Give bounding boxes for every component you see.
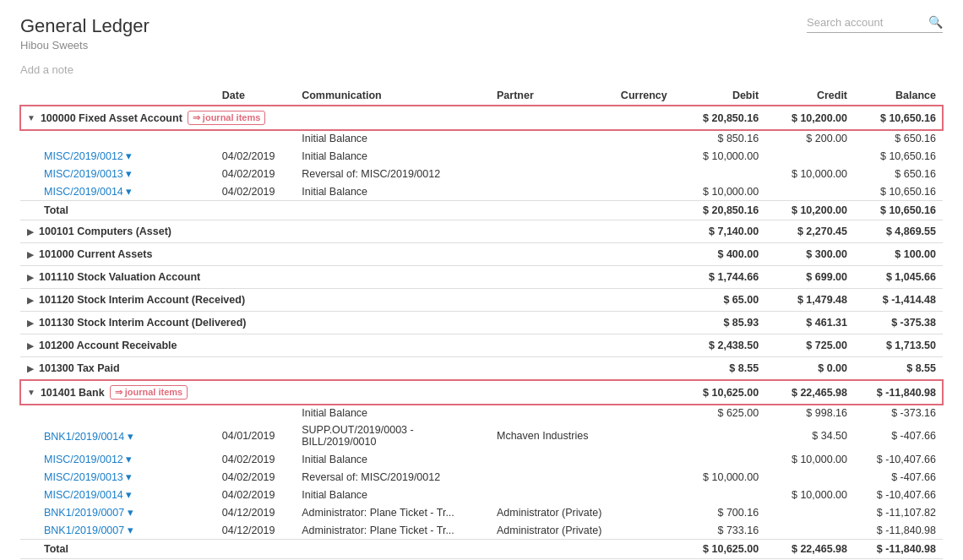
col-date: Date <box>215 86 295 106</box>
account-debit: $ 65.00 <box>677 289 765 312</box>
row-ref[interactable]: BNK1/2019/0007 ▾ <box>20 503 215 521</box>
row-ref[interactable]: MISC/2019/0014 ▾ <box>20 182 215 201</box>
ref-link[interactable]: MISC/2019/0014 ▾ <box>44 489 132 501</box>
ref-link[interactable]: BNK1/2019/0007 ▾ <box>44 507 133 519</box>
row-currency <box>614 421 677 450</box>
account-balance: $ 1,713.50 <box>854 334 943 357</box>
col-communication: Communication <box>295 86 490 106</box>
row-ref <box>20 130 215 147</box>
account-header: ▶101000 Current Assets$ 400.00$ 300.00$ … <box>20 243 943 266</box>
total-row: Total$ 10,625.00$ 22,465.98$ -11,840.98 <box>20 540 943 559</box>
row-currency <box>614 503 677 521</box>
total-credit: $ 22,465.98 <box>765 540 854 559</box>
ref-link[interactable]: MISC/2019/0013 ▾ <box>44 471 132 483</box>
row-debit: $ 10,000.00 <box>677 468 765 486</box>
ref-link[interactable]: BNK1/2019/0014 ▾ <box>44 431 133 443</box>
col-credit: Credit <box>765 86 854 106</box>
general-ledger-table: Date Communication Partner Currency Debi… <box>20 86 943 559</box>
ref-link[interactable]: MISC/2019/0012 ▾ <box>44 454 132 465</box>
row-partner <box>490 182 614 201</box>
row-credit: $ 10,000.00 <box>765 486 854 503</box>
table-row: MISC/2019/0012 ▾04/02/2019Initial Balanc… <box>20 147 943 165</box>
row-credit <box>765 182 854 201</box>
row-date: 04/02/2019 <box>215 147 295 165</box>
toggle-icon[interactable]: ▶ <box>27 227 34 237</box>
row-partner <box>490 165 614 182</box>
row-currency <box>614 468 677 486</box>
ref-link[interactable]: MISC/2019/0013 ▾ <box>44 168 132 180</box>
account-credit: $ 10,200.00 <box>765 106 854 131</box>
row-currency <box>614 450 677 468</box>
row-communication: Initial Balance <box>295 405 490 421</box>
journal-items-link[interactable]: ⇒ journal items <box>188 111 266 125</box>
ref-link[interactable]: MISC/2019/0012 ▾ <box>44 150 132 162</box>
account-credit: $ 2,270.45 <box>765 220 854 243</box>
row-debit: $ 850.16 <box>677 130 765 147</box>
toggle-icon[interactable]: ▶ <box>27 341 34 351</box>
row-ref[interactable]: MISC/2019/0014 ▾ <box>20 486 215 503</box>
row-partner: Administrator (Private) <box>490 503 614 521</box>
row-balance: $ 10,650.16 <box>854 182 943 201</box>
row-debit <box>677 450 765 468</box>
row-date: 04/02/2019 <box>215 468 295 486</box>
toggle-icon[interactable]: ▶ <box>27 296 34 305</box>
toggle-icon[interactable]: ▶ <box>27 273 34 282</box>
row-ref[interactable]: BNK1/2019/0014 ▾ <box>20 421 215 450</box>
toggle-icon[interactable]: ▼ <box>27 388 35 397</box>
journal-items-link[interactable]: ⇒ journal items <box>110 385 188 400</box>
add-note[interactable]: Add a note <box>0 58 963 86</box>
ref-link[interactable]: MISC/2019/0014 ▾ <box>44 186 132 198</box>
account-credit: $ 461.31 <box>765 312 854 334</box>
account-name: 101401 Bank <box>41 387 105 399</box>
row-currency <box>614 130 677 147</box>
row-communication: Administrator: Plane Ticket - Tr... <box>295 503 490 521</box>
row-currency <box>614 182 677 201</box>
row-date: 04/02/2019 <box>215 165 295 182</box>
toggle-icon[interactable]: ▼ <box>27 113 35 122</box>
account-label-cell: ▶101300 Tax Paid <box>20 357 677 380</box>
row-debit: $ 625.00 <box>677 405 765 421</box>
toggle-icon[interactable]: ▶ <box>27 318 34 328</box>
account-name: 100000 Fixed Asset Account <box>41 112 182 124</box>
toggle-icon[interactable]: ▶ <box>27 364 34 373</box>
row-communication: Reversal of: MISC/2019/0012 <box>295 165 490 182</box>
account-header: ▶101110 Stock Valuation Account$ 1,744.6… <box>20 266 943 289</box>
row-date: 04/01/2019 <box>215 421 295 450</box>
account-label-cell: ▼101401 Bank⇒ journal items <box>20 380 677 405</box>
account-credit: $ 725.00 <box>765 334 854 357</box>
table-body: ▼100000 Fixed Asset Account⇒ journal ite… <box>20 106 943 559</box>
account-name: 101000 Current Assets <box>39 248 152 260</box>
account-name: 101110 Stock Valuation Account <box>39 271 200 283</box>
account-header: ▶101300 Tax Paid$ 8.55$ 0.00$ 8.55 <box>20 357 943 380</box>
account-debit: $ 7,140.00 <box>677 220 765 243</box>
toggle-icon[interactable]: ▶ <box>27 250 34 259</box>
table-row: BNK1/2019/0007 ▾04/12/2019Administrator:… <box>20 521 943 540</box>
row-ref[interactable]: BNK1/2019/0007 ▾ <box>20 521 215 540</box>
col-partner: Partner <box>490 86 614 106</box>
row-debit: $ 10,000.00 <box>677 147 765 165</box>
row-date <box>215 405 295 421</box>
total-debit: $ 10,625.00 <box>677 540 765 559</box>
row-ref[interactable]: MISC/2019/0012 ▾ <box>20 450 215 468</box>
total-debit: $ 20,850.16 <box>677 201 765 220</box>
search-box[interactable]: 🔍 <box>807 15 943 33</box>
table-row: MISC/2019/0012 ▾04/02/2019Initial Balanc… <box>20 450 943 468</box>
row-date <box>215 130 295 147</box>
row-credit: $ 998.16 <box>765 405 854 421</box>
account-balance: $ 1,045.66 <box>854 266 943 289</box>
row-balance: $ -11,840.98 <box>854 521 943 540</box>
row-currency <box>614 147 677 165</box>
title-block: General Ledger Hibou Sweets <box>20 15 150 52</box>
row-communication: Initial Balance <box>295 486 490 503</box>
row-ref[interactable]: MISC/2019/0012 ▾ <box>20 147 215 165</box>
account-balance: $ -1,414.48 <box>854 289 943 312</box>
row-balance: $ 650.16 <box>854 165 943 182</box>
ref-link[interactable]: BNK1/2019/0007 ▾ <box>44 525 133 536</box>
account-label-cell: ▼100000 Fixed Asset Account⇒ journal ite… <box>20 106 677 131</box>
table-wrapper: Date Communication Partner Currency Debi… <box>0 86 963 559</box>
row-ref[interactable]: MISC/2019/0013 ▾ <box>20 468 215 486</box>
row-ref[interactable]: MISC/2019/0013 ▾ <box>20 165 215 182</box>
col-account <box>20 86 215 106</box>
account-label-cell: ▶100101 Computers (Asset) <box>20 220 677 243</box>
search-input[interactable] <box>807 16 925 29</box>
